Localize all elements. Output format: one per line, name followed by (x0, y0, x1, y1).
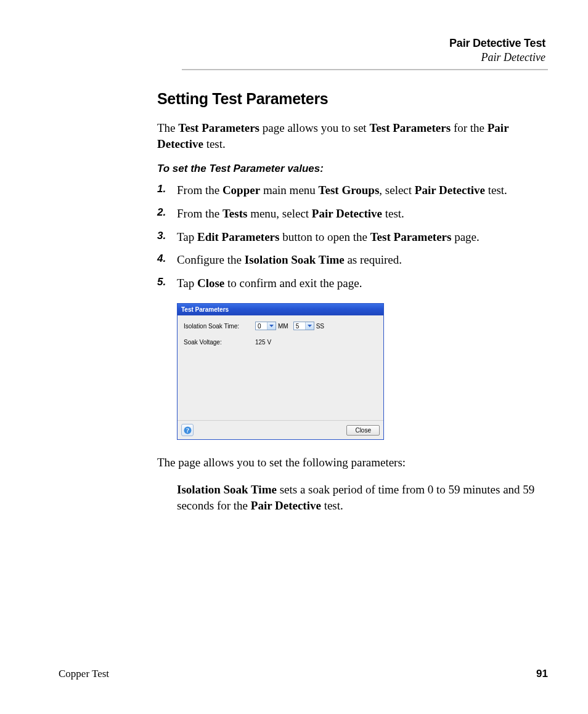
steps-list: From the Copper main menu Test Groups, s… (157, 182, 545, 291)
svg-text:?: ? (186, 427, 189, 434)
page-header: Pair Detective Test Pair Detective (59, 37, 545, 64)
soak-voltage-value: 125 V (255, 339, 271, 346)
seconds-select[interactable]: 5 (293, 322, 314, 330)
soak-voltage-row: Soak Voltage: 125 V (184, 339, 377, 346)
header-chapter-title: Pair Detective Test (59, 37, 545, 50)
intro-paragraph: The Test Parameters page allows you to s… (157, 120, 545, 152)
dialog-body: Isolation Soak Time: 0 MM 5 SS (178, 315, 383, 420)
soak-voltage-label: Soak Voltage: (184, 339, 255, 346)
minutes-value: 0 (256, 323, 267, 330)
seconds-value: 5 (294, 323, 305, 330)
chevron-down-icon (305, 322, 314, 330)
close-button[interactable]: Close (346, 425, 380, 436)
step-item: Tap Close to confirm and exit the page. (157, 275, 545, 291)
isolation-soak-time-row: Isolation Soak Time: 0 MM 5 SS (184, 322, 377, 330)
seconds-unit-label: SS (316, 323, 324, 330)
test-parameters-dialog: Test Parameters Isolation Soak Time: 0 M… (177, 303, 384, 440)
dialog-footer: ? Close (178, 420, 383, 439)
minutes-select[interactable]: 0 (255, 322, 276, 330)
help-button[interactable]: ? (181, 424, 194, 436)
dialog-titlebar: Test Parameters (178, 304, 383, 315)
step-item: From the Copper main menu Test Groups, s… (157, 182, 545, 198)
post-paragraph: The page allows you to set the following… (157, 455, 545, 471)
section-heading: Setting Test Parameters (157, 90, 545, 108)
header-divider (182, 69, 548, 70)
chevron-down-icon (267, 322, 276, 330)
step-item: From the Tests menu, select Pair Detecti… (157, 206, 545, 222)
step-item: Tap Edit Parameters button to open the T… (157, 229, 545, 245)
step-item: Configure the Isolation Soak Time as req… (157, 252, 545, 268)
header-section-title: Pair Detective (59, 51, 545, 64)
footer-book-title: Copper Test (59, 668, 109, 680)
svg-marker-0 (269, 325, 274, 327)
page-number: 91 (536, 668, 548, 680)
procedure-subheading: To set the Test Parameter values: (157, 163, 545, 175)
isolation-soak-time-label: Isolation Soak Time: (184, 323, 255, 330)
parameter-description: Isolation Soak Time sets a soak period o… (177, 482, 545, 513)
svg-marker-1 (308, 325, 312, 327)
minutes-unit-label: MM (278, 323, 288, 330)
help-icon: ? (184, 426, 192, 434)
page-footer: Copper Test 91 (59, 668, 548, 680)
